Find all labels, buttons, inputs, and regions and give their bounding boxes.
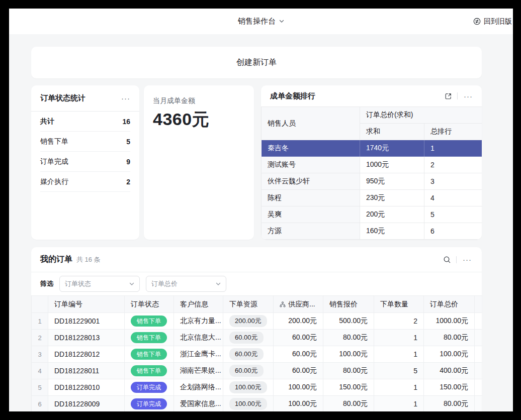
col-supplier: 供应商... (274, 296, 323, 313)
person-sum: 200元 (360, 206, 424, 223)
qty: 1 (374, 346, 424, 363)
status-row: 订单完成 9 (40, 152, 130, 172)
customer: 爱国家信息... (174, 396, 223, 412)
order-status: 销售下单 (125, 330, 174, 346)
row-number: 1 (32, 313, 48, 330)
open-external-icon[interactable] (445, 92, 452, 100)
order-status-filter-dropdown[interactable]: 订单状态 (59, 276, 140, 292)
hierarchy-icon (280, 301, 286, 307)
orders-table: 订单编号 订单状态 客户信息 下单资源 (31, 295, 482, 411)
total: 400.00元 (424, 363, 475, 379)
more-icon[interactable]: ··· (462, 255, 473, 264)
customer: 企划路网络... (174, 379, 223, 396)
order-status-stats-card: 订单状态统计 ··· 共计 16 销售下单 5 订单完成 9 (31, 85, 139, 240)
orders-header-row: 订单编号 订单状态 客户信息 下单资源 (32, 296, 482, 313)
resource-badge: 100.00元 (229, 381, 267, 393)
person-rank: 1 (424, 140, 482, 157)
col-qty: 下单数量 (374, 296, 424, 313)
resource-badge: 60.00元 (229, 332, 264, 344)
qty: 1 (374, 379, 424, 396)
status-badge: 订单完成 (131, 382, 167, 393)
order-status: 订单完成 (125, 396, 174, 412)
order-row[interactable]: 1 DD181229001 销售下单 北京有力量... 200.00元 200.… (32, 313, 482, 330)
resource-badge: 100.00元 (229, 398, 267, 410)
amount-ranking-card: 成单金额排行 ··· (261, 85, 482, 240)
app-title-dropdown[interactable]: 销售操作台 (238, 17, 284, 26)
filter-row: 筛选 订单状态 订单总价 (31, 272, 482, 295)
filter-label: 筛选 (40, 279, 53, 288)
order-row[interactable]: 6 DD181228009 订单完成 爱国家信息... 100.00元 100.… (32, 396, 482, 412)
more-icon[interactable]: ··· (463, 91, 474, 101)
status-badge: 销售下单 (131, 316, 167, 327)
app-window: 销售操作台 回到旧版 创建新订单 订单状态统 (9, 9, 513, 411)
total: 1000.00元 (424, 313, 475, 330)
back-link-label: 回到旧版 (484, 17, 512, 26)
quote: 80.00元 (323, 363, 374, 379)
person-rank: 2 (424, 157, 482, 173)
chevron-down-icon (216, 282, 221, 286)
stats-cards-row: 订单状态统计 ··· 共计 16 销售下单 5 订单完成 9 (31, 85, 482, 240)
status-row: 媒介执行 2 (40, 172, 130, 192)
order-id: DD181229001 (48, 313, 125, 330)
back-to-old-version-link[interactable]: 回到旧版 (473, 9, 512, 34)
order-id: DD181228011 (48, 363, 125, 379)
order-id: DD181228009 (48, 396, 125, 412)
ranking-row: 伙伴云魏少轩 950元 3 (262, 173, 482, 190)
create-order-button[interactable]: 创建新订单 (31, 47, 482, 78)
order-row[interactable]: 4 DD181228011 销售下单 湖南芒果娱... 60.00元 60.00… (32, 363, 482, 379)
supplier-price: 200.00元 (274, 313, 323, 330)
person-sum: 1740元 (360, 140, 424, 157)
customer: 北京信息大... (174, 330, 223, 346)
total: 100.00元 (424, 346, 475, 363)
my-orders-card: 我的订单 共 16 条 ··· 筛选 订单状 (31, 247, 482, 411)
status-badge: 销售下单 (131, 332, 167, 343)
ranking-col-person: 销售人员 (262, 107, 360, 140)
total: 80.00元 (424, 330, 475, 346)
extra-cell (475, 346, 482, 363)
order-row[interactable]: 5 DD181228010 订单完成 企划路网络... 100.00元 100.… (32, 379, 482, 396)
month-amount-card: 当月成单金额 4360元 (144, 85, 254, 240)
order-row[interactable]: 3 DD181228012 销售下单 浙江金鹰卡... 60.00元 60.00… (32, 346, 482, 363)
ranking-col-sum: 求和 (360, 124, 424, 140)
status-rows: 共计 16 销售下单 5 订单完成 9 媒介执行 2 (31, 112, 139, 192)
resource-badge: 200.00元 (229, 315, 267, 327)
quote: 80.00元 (323, 330, 374, 346)
search-icon[interactable] (443, 256, 451, 264)
customer: 浙江金鹰卡... (174, 346, 223, 363)
resource: 100.00元 (223, 396, 274, 412)
col-resource: 下单资源 (223, 296, 274, 313)
supplier-price: 60.00元 (274, 346, 323, 363)
resource: 100.00元 (223, 379, 274, 396)
ranking-table: 销售人员 订单总价(求和) 求和 总排行 秦吉冬 1740元 1 (261, 107, 482, 240)
col-order-status: 订单状态 (125, 296, 174, 313)
ranking-row: 陈程 230元 4 (262, 190, 482, 206)
person-name: 秦吉冬 (262, 140, 360, 157)
ranking-row: 测试账号 1000元 2 (262, 157, 482, 173)
total: 80.00元 (424, 396, 475, 412)
extra-cell (475, 330, 482, 346)
status-value: 16 (122, 118, 130, 126)
person-sum: 1000元 (360, 157, 424, 173)
ranking-col-group: 订单总价(求和) (360, 107, 482, 124)
person-rank: 5 (424, 206, 482, 223)
col-row-number (32, 296, 48, 313)
person-sum: 950元 (360, 173, 424, 190)
order-total-filter-dropdown[interactable]: 订单总价 (146, 276, 226, 292)
status-card-title: 订单状态统计 (40, 93, 85, 103)
person-name: 吴爽 (262, 206, 360, 223)
person-name: 方源 (262, 223, 360, 240)
status-label: 共计 (40, 117, 54, 126)
create-order-label: 创建新订单 (236, 57, 277, 68)
ranking-card-actions: ··· (445, 91, 474, 101)
person-sum: 230元 (360, 190, 424, 206)
row-number: 6 (32, 396, 48, 412)
more-icon[interactable]: ··· (120, 93, 131, 103)
row-number: 2 (32, 330, 48, 346)
order-row[interactable]: 2 DD181228013 销售下单 北京信息大... 60.00元 60.00… (32, 330, 482, 346)
order-id: DD181228012 (48, 346, 125, 363)
ranking-card-title: 成单金额排行 (270, 91, 315, 101)
orders-card-header: 我的订单 共 16 条 ··· (31, 247, 482, 272)
resource: 60.00元 (223, 363, 274, 379)
order-id: DD181228013 (48, 330, 125, 346)
col-customer: 客户信息 (174, 296, 223, 313)
